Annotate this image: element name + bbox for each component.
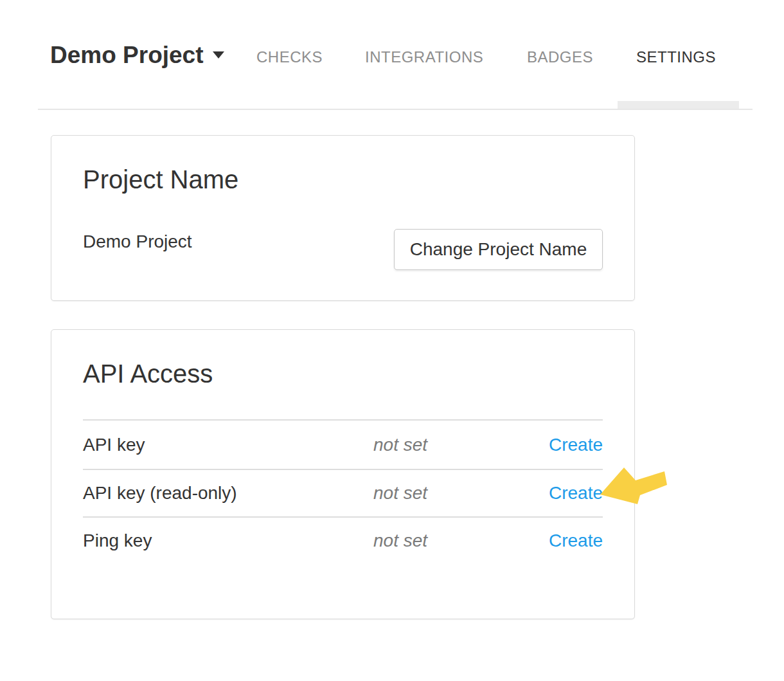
api-key-label: API key [83, 435, 373, 455]
tab-checks[interactable]: CHECKS [256, 50, 323, 65]
api-access-card-title: API Access [83, 359, 213, 388]
api-keys-table: API key not set Create API key (read-onl… [83, 419, 603, 564]
settings-page: Demo Project CHECKS INTEGRATIONS BADGES … [0, 0, 784, 681]
table-row-ping-key: Ping key not set Create [83, 516, 603, 564]
change-project-name-button[interactable]: Change Project Name [394, 229, 603, 270]
ping-key-value: not set [373, 531, 427, 551]
tab-integrations[interactable]: INTEGRATIONS [365, 50, 483, 65]
table-row-api-key-read-only: API key (read-only) not set Create [83, 469, 603, 516]
nav-divider [38, 109, 753, 110]
tab-settings[interactable]: SETTINGS [636, 50, 716, 65]
chevron-down-icon [213, 51, 224, 59]
project-title: Demo Project [50, 42, 204, 68]
tab-badges[interactable]: BADGES [527, 50, 593, 65]
project-name-card-title: Project Name [83, 165, 238, 194]
ping-key-label: Ping key [83, 531, 373, 551]
project-name-card: Project Name Demo Project Change Project… [51, 135, 635, 301]
annotation-arrow-icon [595, 463, 670, 508]
api-key-read-only-label: API key (read-only) [83, 483, 373, 504]
api-key-action-cell: Create [549, 435, 603, 455]
api-key-read-only-value: not set [373, 483, 427, 504]
table-row-api-key: API key not set Create [83, 419, 603, 469]
ping-key-action-cell: Create [549, 531, 603, 551]
create-api-key-link[interactable]: Create [549, 435, 603, 455]
active-tab-indicator [618, 101, 739, 109]
api-access-card: API Access API key not set Create API ke… [51, 329, 635, 619]
api-key-value: not set [373, 435, 427, 455]
current-project-name: Demo Project [83, 231, 192, 253]
create-ping-key-link[interactable]: Create [549, 531, 603, 550]
project-switcher-dropdown[interactable]: Demo Project [50, 42, 224, 69]
